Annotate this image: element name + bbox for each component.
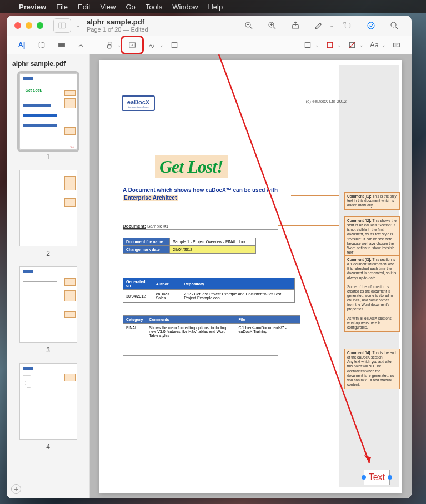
text-style-button[interactable]: Aa — [365, 38, 384, 52]
markup-toolbar: A| ⌄ A ⌄ ⌄ ⌄ ⌄ Aa ⌄ — [7, 36, 412, 54]
document-section-line: Document: Sample #1 — [123, 224, 278, 230]
svg-point-17 — [107, 44, 111, 48]
highlight-dropdown-icon[interactable]: ⌄ — [329, 22, 334, 28]
zoom-in-button[interactable] — [263, 17, 282, 34]
sign-dropdown-icon[interactable]: ⌄ — [159, 42, 164, 48]
svg-rect-10 — [345, 23, 350, 28]
menu-tools[interactable]: Tools — [146, 3, 162, 11]
svg-rect-0 — [59, 23, 66, 28]
note-tool[interactable] — [165, 38, 184, 52]
svg-rect-20 — [172, 42, 177, 47]
menu-go[interactable]: Go — [126, 3, 135, 11]
document-title: A Document which shows how eaDocX™ can b… — [123, 187, 289, 202]
window-body: alphr sample.pdf Get Lost! Text 1 — [7, 54, 412, 498]
zoom-out-button[interactable] — [239, 17, 258, 34]
thumbnail-2-label: 2 — [12, 250, 84, 258]
shapes-dropdown-icon[interactable]: ⌄ — [117, 42, 122, 48]
shapes-tool[interactable] — [101, 38, 119, 52]
sign-tool[interactable] — [143, 38, 162, 52]
sketch-tool[interactable] — [72, 38, 91, 52]
border-dropdown-icon[interactable]: ⌄ — [337, 42, 342, 48]
menu-edit[interactable]: Edit — [78, 3, 90, 11]
svg-point-11 — [368, 22, 374, 29]
svg-rect-21 — [305, 42, 310, 47]
getlost-heading: Get Lost! — [155, 155, 228, 178]
menu-window[interactable]: Window — [172, 3, 198, 11]
close-button[interactable] — [14, 22, 21, 29]
thumbnail-3-label: 3 — [12, 346, 84, 354]
thumbnail-2[interactable]: 2 — [12, 170, 84, 258]
text-selection-tool[interactable]: A| — [12, 38, 31, 52]
fill-color-button[interactable] — [343, 38, 362, 52]
fill-dropdown-icon[interactable]: ⌄ — [359, 42, 364, 48]
add-page-button[interactable]: + — [11, 484, 21, 494]
info-table: Document file nameSample 1 - Project Ove… — [123, 238, 256, 254]
sidebar-title: alphr sample.pdf — [12, 60, 84, 68]
thumbnail-sidebar[interactable]: alphr sample.pdf Get Lost! Text 1 — [7, 54, 90, 498]
minimize-button[interactable] — [26, 22, 32, 29]
svg-point-12 — [391, 22, 396, 27]
preview-window: ⌄ alphr sample.pdf Page 1 of 20 — Edited… — [7, 16, 412, 498]
resize-handle-right[interactable] — [388, 475, 392, 480]
sidebar-toggle-button[interactable] — [53, 18, 71, 33]
maximize-button[interactable] — [37, 22, 43, 29]
category-table: CategoryCommentsFile FINALShows the main… — [123, 315, 300, 340]
rectangular-selection-tool[interactable] — [32, 38, 51, 52]
svg-line-25 — [349, 42, 354, 47]
page-area[interactable]: eaDocX document excellence (c) eaDocX Lt… — [90, 54, 412, 498]
text-tool[interactable]: A — [123, 38, 142, 52]
svg-rect-26 — [394, 43, 400, 47]
menu-view[interactable]: View — [101, 3, 116, 11]
comment-i2: Comment [I2]: This shows the start of an… — [344, 216, 400, 257]
svg-rect-23 — [327, 42, 332, 47]
menu-file[interactable]: File — [56, 3, 68, 11]
svg-line-13 — [395, 27, 398, 29]
shape-style-button[interactable] — [298, 38, 317, 52]
logo: eaDocX document excellence — [122, 95, 155, 111]
app-menu[interactable]: Preview — [19, 3, 46, 11]
text-style-dropdown-icon[interactable]: ⌄ — [382, 42, 386, 48]
title-block: alphr sample.pdf Page 1 of 20 — Edited — [87, 18, 148, 33]
svg-rect-16 — [108, 42, 112, 46]
window-title: alphr sample.pdf — [87, 18, 148, 26]
search-button[interactable] — [385, 17, 404, 34]
svg-line-3 — [250, 27, 252, 29]
highlight-button[interactable] — [309, 17, 328, 34]
svg-rect-14 — [39, 42, 44, 47]
thumbnail-4[interactable]: –––––– • –––• –––• ––– 4 — [12, 363, 84, 451]
resize-handle-left[interactable] — [362, 475, 366, 480]
comment-i1: Comment [I1]: This is the only text in t… — [344, 192, 400, 210]
markup-button[interactable] — [362, 17, 380, 34]
rotate-button[interactable] — [338, 17, 357, 34]
thumbnail-1[interactable]: Get Lost! Text 1 — [12, 73, 84, 161]
menu-help[interactable]: Help — [208, 3, 223, 11]
share-button[interactable] — [286, 17, 305, 34]
redact-tool[interactable] — [52, 38, 71, 52]
window-controls — [14, 22, 43, 29]
thumbnail-4-label: 4 — [12, 443, 84, 451]
text-annotation[interactable]: Text — [364, 470, 390, 485]
svg-line-6 — [273, 27, 275, 29]
titlebar: ⌄ alphr sample.pdf Page 1 of 20 — Edited… — [7, 16, 412, 36]
generated-table: Generated onAuthorRepository 30/04/2012e… — [123, 278, 295, 303]
border-color-button[interactable] — [320, 38, 339, 52]
copyright-text: (c) eaDocX Ltd 2012 — [306, 99, 347, 104]
sidebar-dropdown-icon[interactable]: ⌄ — [76, 22, 80, 28]
form-fields-button[interactable] — [387, 38, 406, 52]
shape-style-dropdown-icon[interactable]: ⌄ — [315, 42, 319, 48]
comment-i4: Comment [I4]: This is the end of the eaD… — [344, 349, 400, 389]
svg-rect-15 — [59, 43, 65, 46]
comment-i3: Comment [I3]: This section is a 'Documen… — [344, 255, 400, 332]
svg-text:A: A — [131, 43, 133, 47]
menubar: Preview File Edit View Go Tools Window H… — [0, 0, 426, 13]
text-annotation-label[interactable]: Text — [369, 472, 385, 482]
window-subtitle: Page 1 of 20 — Edited — [87, 26, 148, 33]
pdf-page[interactable]: eaDocX document excellence (c) eaDocX Lt… — [99, 60, 402, 493]
thumbnail-3[interactable]: 3 — [12, 266, 84, 354]
end-section-line — [123, 355, 278, 356]
thumbnail-1-label: 1 — [12, 153, 84, 161]
